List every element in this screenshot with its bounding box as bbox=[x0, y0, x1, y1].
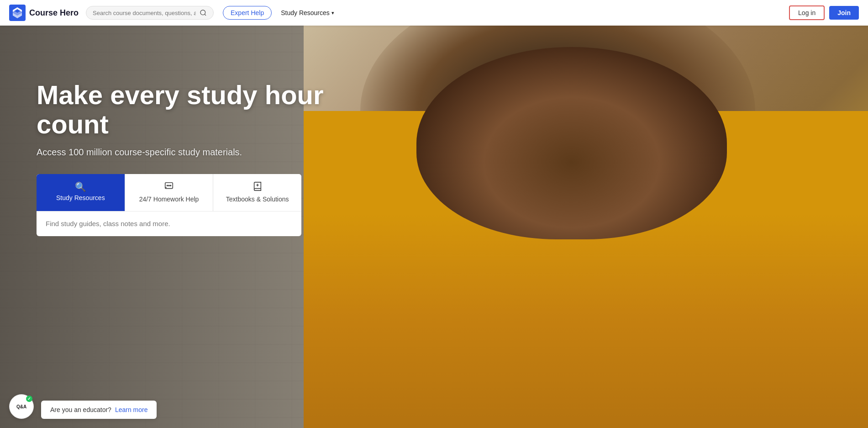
tab-study-resources-label: Study Resources bbox=[56, 194, 105, 201]
svg-point-5 bbox=[170, 185, 171, 186]
nav-links: Expert Help Study Resources ▾ bbox=[223, 6, 340, 20]
hero-content: Make every study hour count Access 100 m… bbox=[37, 80, 356, 236]
chevron-down-icon: ▾ bbox=[331, 10, 334, 16]
educator-banner: Are you an educator? Learn more bbox=[41, 401, 157, 419]
join-button[interactable]: Join bbox=[829, 6, 859, 20]
hero-subtitle: Access 100 million course-specific study… bbox=[37, 147, 356, 158]
svg-point-4 bbox=[168, 185, 169, 186]
navbar: Course Hero Expert Help Study Resources … bbox=[0, 0, 868, 26]
study-resources-nav-label: Study Resources bbox=[281, 9, 330, 16]
tabs-header: 🔍 Study Resources 24/7 Homewo bbox=[37, 174, 301, 211]
badge-check-icon: ✓ bbox=[26, 396, 32, 402]
tab-textbooks[interactable]: Textbooks & Solutions bbox=[213, 174, 301, 211]
hero-person-image bbox=[304, 26, 868, 428]
tab-textbooks-label: Textbooks & Solutions bbox=[226, 196, 289, 203]
search-input[interactable] bbox=[93, 10, 196, 16]
educator-banner-text: Are you an educator? bbox=[50, 406, 111, 413]
study-resources-search-input[interactable] bbox=[46, 220, 292, 227]
learn-more-link[interactable]: Learn more bbox=[115, 406, 148, 413]
qna-badge[interactable]: Q&A ✓ bbox=[9, 394, 34, 419]
svg-point-1 bbox=[200, 10, 205, 15]
hero-section: Make every study hour count Access 100 m… bbox=[0, 26, 868, 428]
tabs-body bbox=[37, 211, 301, 236]
search-bar bbox=[86, 6, 214, 20]
qna-label: Q&A bbox=[16, 404, 26, 409]
search-tabs: 🔍 Study Resources 24/7 Homewo bbox=[37, 174, 301, 236]
svg-point-3 bbox=[167, 185, 168, 186]
search-button[interactable] bbox=[200, 9, 207, 16]
books-icon bbox=[253, 181, 263, 191]
logo-link[interactable]: Course Hero bbox=[9, 5, 79, 21]
search-tab-icon: 🔍 bbox=[75, 182, 86, 191]
hero-title: Make every study hour count bbox=[37, 80, 356, 139]
hero-face bbox=[416, 47, 727, 240]
textbooks-tab-icon bbox=[253, 181, 263, 193]
nav-right: Log in Join bbox=[789, 5, 859, 20]
tab-homework-label: 24/7 Homework Help bbox=[139, 196, 199, 203]
brand-name: Course Hero bbox=[29, 8, 79, 18]
logo-icon bbox=[9, 5, 26, 21]
tab-study-resources[interactable]: 🔍 Study Resources bbox=[37, 174, 125, 211]
homework-tab-icon bbox=[164, 181, 174, 193]
chat-icon bbox=[164, 181, 174, 191]
study-resources-nav-button[interactable]: Study Resources ▾ bbox=[275, 6, 340, 19]
expert-help-button[interactable]: Expert Help bbox=[223, 6, 272, 20]
tab-homework-help[interactable]: 24/7 Homework Help bbox=[125, 174, 213, 211]
login-button[interactable]: Log in bbox=[789, 5, 825, 20]
search-icon bbox=[200, 9, 207, 16]
